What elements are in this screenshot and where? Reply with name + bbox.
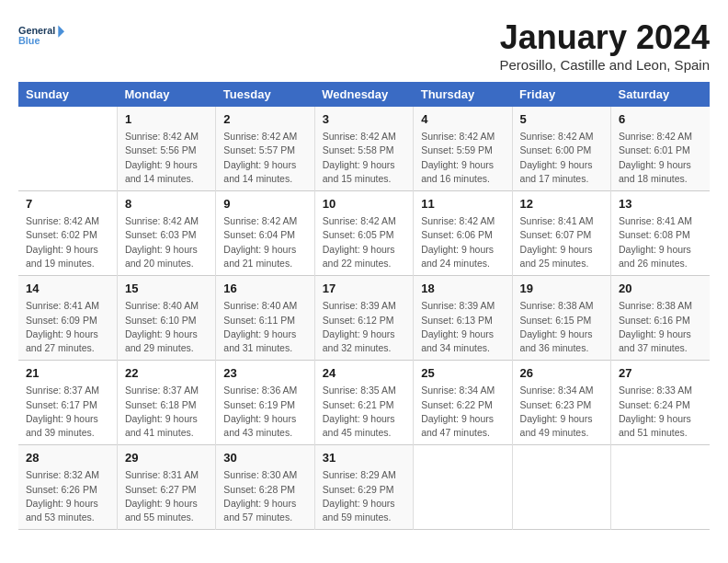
calendar-cell-5-2: 29Sunrise: 8:31 AM Sunset: 6:27 PM Dayli… (117, 445, 215, 530)
generalblue-logo-icon: General Blue (18, 18, 64, 55)
svg-text:General: General (18, 25, 55, 36)
day-info: Sunrise: 8:42 AM Sunset: 5:57 PM Dayligh… (223, 130, 306, 186)
calendar-cell-4-2: 22Sunrise: 8:37 AM Sunset: 6:18 PM Dayli… (117, 361, 215, 445)
day-number: 5 (520, 111, 603, 128)
weekday-header-thursday: Thursday (414, 82, 512, 107)
calendar-cell-2-6: 12Sunrise: 8:41 AM Sunset: 6:07 PM Dayli… (512, 191, 610, 276)
calendar-week-row-1: 1Sunrise: 8:42 AM Sunset: 5:56 PM Daylig… (18, 107, 710, 191)
calendar-cell-4-3: 23Sunrise: 8:36 AM Sunset: 6:19 PM Dayli… (216, 361, 314, 445)
day-number: 4 (421, 111, 504, 128)
day-number: 21 (26, 365, 109, 382)
day-number: 24 (323, 365, 405, 382)
weekday-header-monday: Monday (117, 82, 215, 107)
day-number: 1 (125, 111, 208, 128)
day-number: 31 (323, 450, 405, 466)
day-info: Sunrise: 8:35 AM Sunset: 6:21 PM Dayligh… (323, 384, 405, 440)
calendar-week-row-3: 14Sunrise: 8:41 AM Sunset: 6:09 PM Dayli… (18, 276, 710, 361)
day-info: Sunrise: 8:42 AM Sunset: 5:59 PM Dayligh… (421, 130, 504, 186)
day-info: Sunrise: 8:42 AM Sunset: 6:05 PM Dayligh… (323, 214, 405, 270)
calendar-cell-2-4: 10Sunrise: 8:42 AM Sunset: 6:05 PM Dayli… (314, 191, 413, 276)
calendar-cell-3-2: 15Sunrise: 8:40 AM Sunset: 6:10 PM Dayli… (117, 276, 215, 361)
day-info: Sunrise: 8:34 AM Sunset: 6:22 PM Dayligh… (421, 384, 504, 440)
day-info: Sunrise: 8:42 AM Sunset: 5:58 PM Dayligh… (323, 130, 405, 186)
day-info: Sunrise: 8:37 AM Sunset: 6:17 PM Dayligh… (26, 384, 109, 440)
day-info: Sunrise: 8:36 AM Sunset: 6:19 PM Dayligh… (223, 384, 306, 440)
weekday-header-row: SundayMondayTuesdayWednesdayThursdayFrid… (18, 82, 710, 107)
day-info: Sunrise: 8:40 AM Sunset: 6:11 PM Dayligh… (223, 299, 306, 355)
weekday-header-saturday: Saturday (611, 82, 710, 107)
weekday-header-wednesday: Wednesday (314, 82, 413, 107)
day-info: Sunrise: 8:31 AM Sunset: 6:27 PM Dayligh… (125, 468, 208, 524)
day-info: Sunrise: 8:37 AM Sunset: 6:18 PM Dayligh… (125, 384, 208, 440)
day-number: 2 (223, 111, 306, 128)
day-number: 9 (223, 196, 306, 213)
day-number: 22 (125, 365, 208, 382)
day-number: 6 (619, 111, 702, 128)
calendar-cell-2-2: 8Sunrise: 8:42 AM Sunset: 6:03 PM Daylig… (117, 191, 215, 276)
day-info: Sunrise: 8:40 AM Sunset: 6:10 PM Dayligh… (125, 299, 208, 355)
calendar-cell-2-7: 13Sunrise: 8:41 AM Sunset: 6:08 PM Dayli… (611, 191, 710, 276)
title-section: January 2024 Perosillo, Castille and Leo… (500, 18, 710, 73)
day-info: Sunrise: 8:32 AM Sunset: 6:26 PM Dayligh… (26, 468, 109, 524)
day-info: Sunrise: 8:34 AM Sunset: 6:23 PM Dayligh… (520, 384, 603, 440)
svg-text:Blue: Blue (18, 35, 40, 46)
day-number: 18 (421, 281, 504, 297)
calendar-cell-2-1: 7Sunrise: 8:42 AM Sunset: 6:02 PM Daylig… (18, 191, 117, 276)
month-title: January 2024 (500, 18, 710, 57)
day-number: 25 (421, 365, 504, 382)
calendar-week-row-2: 7Sunrise: 8:42 AM Sunset: 6:02 PM Daylig… (18, 191, 710, 276)
day-info: Sunrise: 8:41 AM Sunset: 6:07 PM Dayligh… (520, 214, 603, 270)
page-header: General Blue January 2024 Perosillo, Cas… (18, 18, 710, 73)
day-number: 12 (520, 196, 603, 213)
day-number: 26 (520, 365, 603, 382)
day-number: 30 (223, 450, 306, 466)
day-number: 7 (26, 196, 109, 213)
day-info: Sunrise: 8:29 AM Sunset: 6:29 PM Dayligh… (323, 468, 405, 524)
calendar-cell-5-3: 30Sunrise: 8:30 AM Sunset: 6:28 PM Dayli… (216, 445, 314, 530)
calendar-cell-3-1: 14Sunrise: 8:41 AM Sunset: 6:09 PM Dayli… (18, 276, 117, 361)
calendar-cell-3-3: 16Sunrise: 8:40 AM Sunset: 6:11 PM Dayli… (216, 276, 314, 361)
calendar-cell-2-3: 9Sunrise: 8:42 AM Sunset: 6:04 PM Daylig… (216, 191, 314, 276)
calendar-table: SundayMondayTuesdayWednesdayThursdayFrid… (18, 82, 710, 530)
svg-marker-2 (58, 26, 64, 38)
calendar-cell-3-4: 17Sunrise: 8:39 AM Sunset: 6:12 PM Dayli… (314, 276, 413, 361)
calendar-cell-1-5: 4Sunrise: 8:42 AM Sunset: 5:59 PM Daylig… (414, 107, 512, 191)
day-info: Sunrise: 8:39 AM Sunset: 6:12 PM Dayligh… (323, 299, 405, 355)
day-number: 17 (323, 281, 405, 297)
day-info: Sunrise: 8:30 AM Sunset: 6:28 PM Dayligh… (223, 468, 306, 524)
logo: General Blue (18, 18, 64, 55)
calendar-cell-1-4: 3Sunrise: 8:42 AM Sunset: 5:58 PM Daylig… (314, 107, 413, 191)
day-number: 13 (619, 196, 702, 213)
calendar-cell-4-5: 25Sunrise: 8:34 AM Sunset: 6:22 PM Dayli… (414, 361, 512, 445)
calendar-week-row-4: 21Sunrise: 8:37 AM Sunset: 6:17 PM Dayli… (18, 361, 710, 445)
day-info: Sunrise: 8:42 AM Sunset: 6:01 PM Dayligh… (619, 130, 702, 186)
day-info: Sunrise: 8:38 AM Sunset: 6:15 PM Dayligh… (520, 299, 603, 355)
day-info: Sunrise: 8:38 AM Sunset: 6:16 PM Dayligh… (619, 299, 702, 355)
calendar-cell-1-7: 6Sunrise: 8:42 AM Sunset: 6:01 PM Daylig… (611, 107, 710, 191)
calendar-cell-1-1 (18, 107, 117, 191)
calendar-cell-2-5: 11Sunrise: 8:42 AM Sunset: 6:06 PM Dayli… (414, 191, 512, 276)
day-info: Sunrise: 8:42 AM Sunset: 6:02 PM Dayligh… (26, 214, 109, 270)
day-number: 3 (323, 111, 405, 128)
day-number: 27 (619, 365, 702, 382)
calendar-cell-1-6: 5Sunrise: 8:42 AM Sunset: 6:00 PM Daylig… (512, 107, 610, 191)
calendar-cell-3-6: 19Sunrise: 8:38 AM Sunset: 6:15 PM Dayli… (512, 276, 610, 361)
day-number: 19 (520, 281, 603, 297)
day-number: 10 (323, 196, 405, 213)
day-number: 8 (125, 196, 208, 213)
calendar-cell-4-1: 21Sunrise: 8:37 AM Sunset: 6:17 PM Dayli… (18, 361, 117, 445)
calendar-cell-4-6: 26Sunrise: 8:34 AM Sunset: 6:23 PM Dayli… (512, 361, 610, 445)
day-info: Sunrise: 8:42 AM Sunset: 6:06 PM Dayligh… (421, 214, 504, 270)
calendar-cell-3-5: 18Sunrise: 8:39 AM Sunset: 6:13 PM Dayli… (414, 276, 512, 361)
day-number: 23 (223, 365, 306, 382)
calendar-cell-1-2: 1Sunrise: 8:42 AM Sunset: 5:56 PM Daylig… (117, 107, 215, 191)
day-info: Sunrise: 8:42 AM Sunset: 6:03 PM Dayligh… (125, 214, 208, 270)
location: Perosillo, Castille and Leon, Spain (500, 57, 710, 73)
day-number: 20 (619, 281, 702, 297)
calendar-cell-5-5 (414, 445, 512, 530)
day-info: Sunrise: 8:39 AM Sunset: 6:13 PM Dayligh… (421, 299, 504, 355)
calendar-week-row-5: 28Sunrise: 8:32 AM Sunset: 6:26 PM Dayli… (18, 445, 710, 530)
calendar-cell-4-7: 27Sunrise: 8:33 AM Sunset: 6:24 PM Dayli… (611, 361, 710, 445)
day-number: 16 (223, 281, 306, 297)
calendar-cell-5-4: 31Sunrise: 8:29 AM Sunset: 6:29 PM Dayli… (314, 445, 413, 530)
